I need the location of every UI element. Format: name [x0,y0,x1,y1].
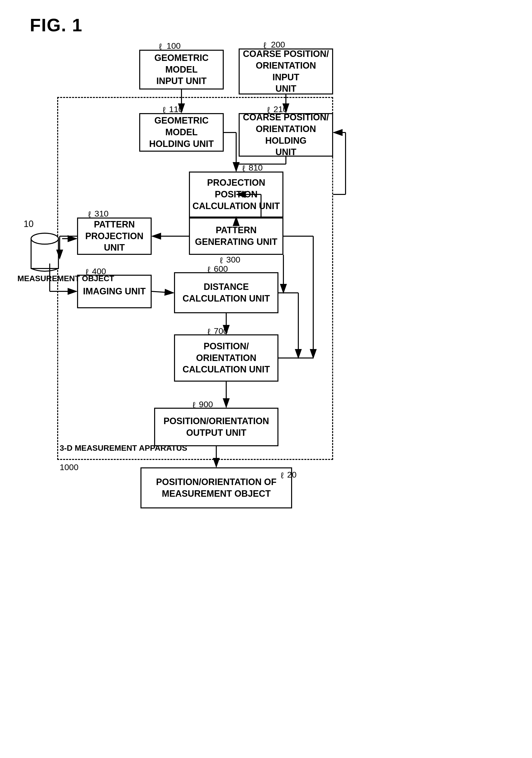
pattern-projection-unit: PATTERN PROJECTION UNIT [77,218,152,255]
ref-110-tick: ℓ [163,105,165,115]
measurement-object-illustration [24,224,66,274]
ref-1000: 1000 [60,463,79,472]
ref-210-tick: ℓ [267,105,270,115]
ref-210: 210 [273,104,288,114]
ref-310-tick: ℓ [88,210,91,219]
figure-title: FIG. 1 [30,15,83,35]
distance-calc-unit: DISTANCE CALCULATION UNIT [174,272,278,313]
ref-700-tick: ℓ [208,327,210,337]
ref-10: 10 [24,219,34,229]
ref-600-tick: ℓ [208,265,210,274]
coarse-position-input-unit: COARSE POSITION/ ORIENTATION INPUT UNIT [239,49,333,94]
ref-20: 20 [287,470,297,480]
geometric-model-holding-unit: GEOMETRIC MODEL HOLDING UNIT [139,113,224,152]
position-orientation-calc-unit: POSITION/ ORIENTATION CALCULATION UNIT [174,334,278,382]
position-orientation-measurement-object: POSITION/ORIENTATION OF MEASUREMENT OBJE… [140,467,292,508]
ref-900: 900 [199,399,213,409]
coarse-position-holding-unit: COARSE POSITION/ ORIENTATION HOLDING UNI… [239,113,333,156]
ref-200: 200 [271,40,285,50]
geometric-model-input-unit: GEOMETRIC MODEL INPUT UNIT [139,50,224,89]
ref-900-tick: ℓ [193,400,195,410]
ref-310: 310 [94,209,109,219]
ref-100-tick: ℓ [159,42,162,52]
ref-200-tick: ℓ [264,41,266,50]
ref-100: 100 [166,41,181,51]
pattern-generating-unit: PATTERN GENERATING UNIT [189,218,283,255]
svg-point-1 [31,233,58,244]
position-orientation-output-unit: POSITION/ORIENTATION OUTPUT UNIT [154,408,278,446]
measurement-object-text: MEASUREMENT OBJECT [18,273,114,284]
ref-810-tick: ℓ [242,163,245,173]
ref-110: 110 [169,104,183,114]
ref-700: 700 [214,326,228,336]
ref-600: 600 [214,264,228,274]
ref-810: 810 [249,163,263,173]
projection-position-calc-unit: PROJECTION POSITION CALCULATION UNIT [189,172,283,218]
ref-20-tick: ℓ [281,470,284,480]
ref-300: 300 [226,255,240,264]
